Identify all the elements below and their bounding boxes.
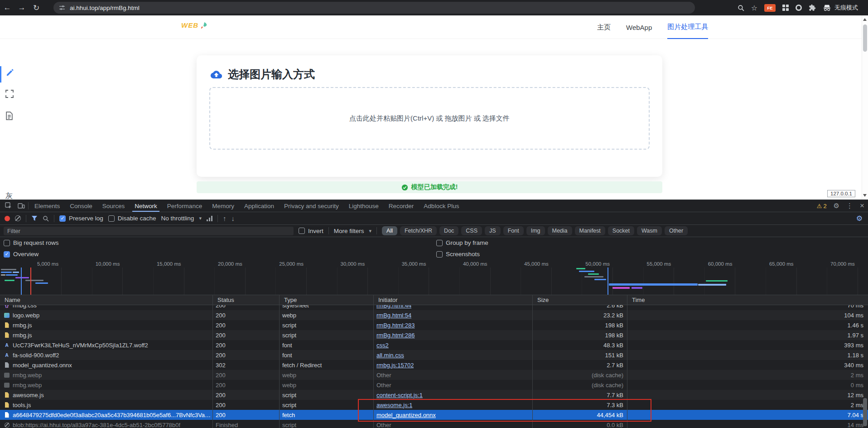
devtools-tab-memory[interactable]: Memory — [207, 200, 239, 212]
filter-chip-css[interactable]: CSS — [461, 226, 482, 235]
extensions-puzzle-icon[interactable] — [809, 4, 816, 11]
site-logo[interactable]: WEB — [181, 21, 207, 29]
address-bar[interactable]: ai.hhui.top/app/rmBg.html — [53, 2, 695, 14]
devtools-tab-recorder[interactable]: Recorder — [384, 200, 419, 212]
request-initiator-link[interactable]: css2 — [376, 342, 389, 349]
big-request-rows-checkbox[interactable]: Big request rows — [4, 239, 59, 246]
import-har-icon[interactable]: ↑ — [223, 214, 227, 222]
filter-chip-doc[interactable]: Doc — [439, 226, 458, 235]
circle-extension-icon[interactable] — [796, 5, 802, 11]
devtools-tab-adblock-plus[interactable]: Adblock Plus — [419, 200, 464, 212]
network-request-row[interactable]: blob:https://ai.hhui.top/a83a97ac-381e-4… — [0, 420, 868, 428]
devtools-tab-performance[interactable]: Performance — [162, 200, 207, 212]
forward-button[interactable]: → — [14, 0, 29, 15]
filter-toggle-icon[interactable] — [31, 215, 38, 221]
network-request-row[interactable]: logo.webp200webprmBg.html:5423.2 kB104 m… — [0, 310, 868, 320]
sidebar-gray-label[interactable]: 灰 — [5, 191, 13, 199]
site-settings-icon[interactable] — [59, 5, 65, 11]
overview-checkbox[interactable]: Overview — [4, 251, 39, 258]
column-header-name[interactable]: Name — [0, 295, 213, 305]
network-request-row[interactable]: Afa-solid-900.woff2200fontall.min.css151… — [0, 350, 868, 360]
filter-chip-manifest[interactable]: Manifest — [575, 226, 605, 235]
pencil-icon[interactable] — [5, 68, 14, 77]
request-initiator-link[interactable]: rmBg.html:44 — [376, 305, 411, 309]
request-initiator-link[interactable]: rmBg.html:283 — [376, 322, 415, 329]
search-icon[interactable] — [43, 215, 49, 222]
issues-warning-indicator[interactable]: ⚠ 2 — [817, 203, 827, 209]
filter-chip-other[interactable]: Other — [665, 226, 688, 235]
network-request-row[interactable]: rmbg.js200scriptrmBg.html:286198 kB1.97 … — [0, 330, 868, 340]
column-header-time[interactable]: Time — [627, 295, 868, 305]
page-scrollbar[interactable] — [862, 15, 868, 199]
column-header-status[interactable]: Status — [213, 295, 280, 305]
network-request-row[interactable]: {}rmbg.css200stylesheetrmBg.html:442.6 k… — [0, 305, 868, 310]
grid-extension-icon[interactable] — [782, 5, 789, 11]
network-request-row[interactable]: awesome.js200scriptcontent-script.js:17.… — [0, 390, 868, 400]
devtools-more-options-icon[interactable]: ⋮ — [846, 202, 853, 210]
nav-item-2[interactable]: 图片处理工具 — [667, 15, 708, 39]
network-overview-timeline[interactable]: 5,000 ms10,000 ms15,000 ms20,000 ms25,00… — [0, 260, 868, 295]
filter-chip-socket[interactable]: Socket — [608, 226, 634, 235]
devtools-settings-gear-icon[interactable]: ⚙ — [834, 202, 839, 210]
image-dropzone[interactable]: 点击此处并粘贴图片(Ctrl+V) 或 拖放图片 或 选择文件 — [209, 87, 650, 150]
network-request-row[interactable]: rmbg.webp200webpOther(disk cache)0 ms — [0, 380, 868, 390]
back-button[interactable]: ← — [0, 0, 14, 15]
inspect-element-icon[interactable] — [5, 202, 12, 209]
device-toolbar-icon[interactable] — [18, 203, 25, 209]
request-initiator-link[interactable]: awesome.js:1 — [376, 402, 412, 409]
zoom-icon[interactable] — [738, 5, 744, 11]
group-by-frame-checkbox[interactable]: Group by frame — [436, 239, 488, 246]
request-initiator-link[interactable]: content-script.js:1 — [376, 392, 423, 399]
filter-chip-font[interactable]: Font — [503, 226, 524, 235]
invert-filter-checkbox[interactable]: Invert — [299, 228, 323, 234]
request-initiator-link[interactable]: rmBg.html:286 — [376, 332, 415, 339]
nav-item-1[interactable]: WebApp — [626, 15, 652, 39]
network-request-row[interactable]: rmbg.js200scriptrmBg.html:283198 kB1.46 … — [0, 320, 868, 330]
column-header-size[interactable]: Size — [533, 295, 627, 305]
scroll-up-arrow-icon[interactable] — [863, 18, 867, 21]
throttling-select[interactable]: No throttling — [161, 215, 202, 222]
network-request-row[interactable]: AUcC73FwrK3iLTeHuS_nVMrMxCp50SjIa1ZL7.wo… — [0, 340, 868, 350]
column-header-initiator[interactable]: Initiator — [374, 295, 533, 305]
page-scrollbar-thumb[interactable] — [863, 24, 867, 52]
request-initiator-link[interactable]: all.min.css — [376, 352, 404, 359]
request-initiator-link[interactable]: model_quantized.onnx — [376, 412, 436, 418]
nav-item-0[interactable]: 主页 — [597, 15, 611, 39]
devtools-tab-network[interactable]: Network — [130, 200, 162, 212]
document-icon[interactable] — [5, 112, 13, 120]
filter-chip-js[interactable]: JS — [485, 226, 501, 235]
devtools-tab-application[interactable]: Application — [239, 200, 279, 212]
devtools-scrollbar-thumb[interactable] — [863, 398, 867, 426]
network-settings-gear-icon[interactable]: ⚙ — [856, 214, 863, 223]
filter-chip-media[interactable]: Media — [548, 226, 572, 235]
preserve-log-checkbox[interactable]: Preserve log — [59, 215, 103, 222]
export-har-icon[interactable]: ↓ — [231, 214, 235, 222]
network-request-row[interactable]: tools.js200scriptawesome.js:17.3 kB2 ms — [0, 400, 868, 410]
network-filter-input[interactable]: Filter — [4, 227, 294, 235]
column-header-type[interactable]: Type — [280, 295, 374, 305]
disable-cache-checkbox[interactable]: Disable cache — [108, 215, 156, 222]
reload-button[interactable]: ↻ — [29, 0, 43, 15]
filter-chip-fetch-xhr[interactable]: Fetch/XHR — [400, 226, 437, 235]
network-request-row[interactable]: a6648479275dfd0ede0f3a8abc20aa5c437b3946… — [0, 410, 868, 420]
devtools-tab-privacy-and-security[interactable]: Privacy and security — [279, 200, 344, 212]
request-initiator-link[interactable]: rmBg.html:54 — [376, 312, 411, 319]
devtools-close-icon[interactable]: × — [860, 201, 864, 210]
devtools-tab-console[interactable]: Console — [65, 200, 97, 212]
network-request-row[interactable]: rmbg.webp200webpOther(disk cache)2 ms — [0, 370, 868, 380]
expand-icon[interactable] — [5, 90, 14, 98]
filter-chip-wasm[interactable]: Wasm — [637, 226, 662, 235]
screenshots-checkbox[interactable]: Screenshots — [436, 251, 480, 258]
fe-extension-icon[interactable]: FE — [764, 4, 776, 12]
scroll-down-arrow-icon[interactable] — [863, 194, 867, 197]
filter-chip-img[interactable]: Img — [526, 226, 545, 235]
incognito-indicator[interactable]: 无痕模式 — [823, 4, 858, 12]
devtools-tab-sources[interactable]: Sources — [97, 200, 130, 212]
clear-network-log-button[interactable] — [15, 215, 21, 221]
devtools-tab-lighthouse[interactable]: Lighthouse — [344, 200, 384, 212]
record-network-log-button[interactable] — [5, 216, 10, 221]
bookmark-star-icon[interactable]: ☆ — [751, 4, 757, 12]
request-initiator-link[interactable]: rmbg.js:15702 — [376, 362, 414, 369]
filter-chip-all[interactable]: All — [382, 226, 397, 235]
network-request-row[interactable]: model_quantized.onnx302fetch / Redirectr… — [0, 360, 868, 370]
